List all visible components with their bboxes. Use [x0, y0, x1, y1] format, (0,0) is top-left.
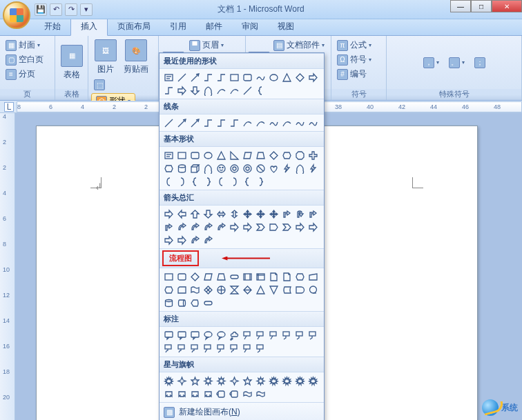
shape-doc[interactable] [267, 270, 280, 283]
shape-diamond[interactable] [188, 270, 201, 283]
shape-tear[interactable] [202, 162, 214, 174]
shape-directacc[interactable] [175, 297, 188, 309]
shape-arR[interactable] [175, 84, 188, 97]
shape-ar4[interactable] [241, 208, 253, 220]
shape-arD[interactable] [188, 84, 201, 97]
shape-lbrc[interactable] [188, 175, 201, 188]
shape-ellipse[interactable] [202, 149, 214, 161]
shape-diamond[interactable] [267, 149, 280, 161]
shape-arrow[interactable] [188, 71, 201, 83]
sp4[interactable]: ； [472, 38, 488, 87]
shape-star5[interactable] [241, 374, 253, 387]
shape-line2[interactable] [293, 329, 306, 341]
table-button[interactable]: ▦表格 [58, 38, 86, 87]
shape-conn[interactable] [162, 84, 175, 97]
shape-hex[interactable] [162, 162, 175, 174]
shape-line2[interactable] [254, 342, 267, 354]
shape-prep[interactable] [293, 270, 306, 283]
shape-display[interactable] [188, 297, 201, 309]
shape-arrow[interactable] [175, 117, 188, 129]
shape-or[interactable] [215, 283, 227, 296]
shape-tape[interactable] [188, 283, 201, 296]
shape-curve[interactable] [280, 117, 293, 129]
shape-para[interactable] [241, 149, 253, 161]
shape-rect[interactable] [162, 270, 175, 283]
shape-oct[interactable] [293, 149, 306, 161]
shape-curved[interactable] [202, 221, 214, 233]
shape-lbrk[interactable] [215, 175, 227, 188]
shape-callr[interactable] [188, 329, 201, 341]
shape-donut[interactable] [228, 162, 240, 174]
picture-button[interactable]: 🖼图片 [91, 38, 120, 77]
shape-free[interactable] [254, 71, 267, 83]
header-button[interactable]: ▀页眉▾ [186, 38, 226, 52]
shape-seqacc[interactable] [307, 283, 319, 296]
shape-line2[interactable] [307, 329, 319, 341]
shape-tear[interactable] [293, 162, 306, 174]
shape-arR[interactable] [175, 234, 188, 246]
shape-line3[interactable] [228, 342, 240, 354]
shape-arU[interactable] [188, 208, 201, 220]
shape-uturn[interactable] [293, 208, 306, 220]
shape-textbox[interactable] [162, 71, 175, 83]
shape-merge[interactable] [267, 283, 280, 296]
minimize-button[interactable]: — [450, 0, 471, 12]
shape-diamond[interactable] [293, 71, 306, 83]
shape-conn[interactable] [228, 117, 240, 129]
shape-delay[interactable] [293, 283, 306, 296]
shape-sum[interactable] [202, 283, 214, 296]
qat-save-icon[interactable]: 💾 [35, 3, 47, 16]
tab-layout[interactable]: 页面布局 [108, 18, 160, 35]
shape-rbrk[interactable] [228, 175, 240, 188]
shape-star5[interactable] [188, 374, 201, 387]
shape-burst[interactable] [307, 374, 319, 387]
shape-line[interactable] [162, 117, 175, 129]
shape-star4[interactable] [228, 374, 240, 387]
office-button[interactable] [3, 1, 30, 29]
shape-line2[interactable] [280, 329, 293, 341]
shape-line1[interactable] [241, 329, 253, 341]
shape-conn[interactable] [202, 71, 214, 83]
shape-arUD[interactable] [228, 208, 240, 220]
shape-line1[interactable] [254, 329, 267, 341]
sp1[interactable]: ，▾ [420, 38, 442, 87]
shape-lbrc[interactable] [254, 84, 267, 97]
shape-wave[interactable] [241, 388, 253, 400]
shape-donut[interactable] [241, 162, 253, 174]
qat-more-icon[interactable]: ▾ [80, 3, 93, 16]
equation-button[interactable]: π公式▾ [334, 38, 383, 52]
shape-line3[interactable] [162, 342, 175, 354]
shape-sort[interactable] [241, 283, 253, 296]
shape-cloud[interactable] [228, 329, 240, 341]
shape-line1[interactable] [267, 329, 280, 341]
shape-free[interactable] [267, 117, 280, 129]
shape-magdisk[interactable] [162, 297, 175, 309]
shape-line1[interactable] [241, 342, 253, 354]
shape-free[interactable] [307, 117, 319, 129]
shape-line2[interactable] [215, 342, 227, 354]
shape-heart[interactable] [267, 162, 280, 174]
smartart-small[interactable]: ⬚ [91, 78, 135, 92]
shape-prep[interactable] [162, 283, 175, 296]
clipart-button[interactable]: 🎨剪贴画 [122, 38, 151, 77]
shape-can[interactable] [175, 162, 188, 174]
maximize-button[interactable]: □ [471, 0, 492, 12]
shape-ribbon[interactable] [202, 388, 214, 400]
shape-arR[interactable] [293, 221, 306, 233]
shape-extract[interactable] [254, 283, 267, 296]
shape-term[interactable] [228, 270, 240, 283]
shape-curved[interactable] [215, 221, 227, 233]
vertical-ruler[interactable]: 422468101214161820 [0, 113, 15, 420]
shape-rect[interactable] [175, 149, 188, 161]
shape-curve[interactable] [241, 117, 253, 129]
shape-line1[interactable] [202, 342, 214, 354]
shape-bent[interactable] [280, 208, 293, 220]
cover-page-button[interactable]: ▦封面▾ [3, 38, 52, 52]
blank-page-button[interactable]: ▢空白页 [3, 52, 52, 67]
shape-arR[interactable] [162, 208, 175, 220]
shape-line3[interactable] [188, 342, 201, 354]
shape-term[interactable] [202, 297, 214, 309]
shape-arD[interactable] [202, 208, 214, 220]
shape-burst[interactable] [267, 374, 280, 387]
shape-card[interactable] [175, 283, 188, 296]
